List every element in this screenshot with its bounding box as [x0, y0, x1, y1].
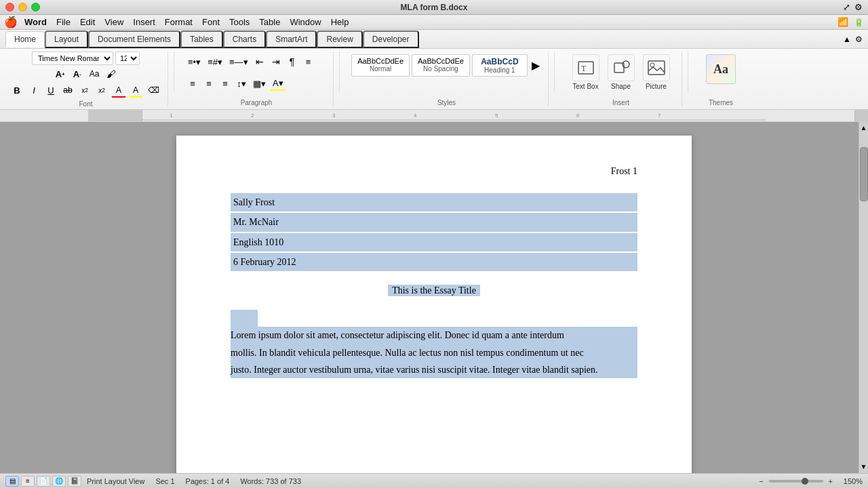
ribbon-collapse-arrow[interactable]: ▲: [843, 35, 851, 44]
body-text[interactable]: Lorem ipsum dolor sit amet, consectetur …: [231, 310, 637, 378]
themes-button[interactable]: Aa: [706, 54, 736, 84]
font-row-3: B I U ab x2 x2 A A ⌫: [9, 83, 162, 98]
change-case-button[interactable]: Aa: [87, 66, 102, 81]
pages-value: 1 of 4: [211, 477, 230, 485]
words-value: 733 of 733: [266, 477, 301, 485]
menu-window[interactable]: Window: [290, 17, 321, 27]
view-label: Print Layout View: [87, 477, 144, 485]
align-center-button[interactable]: ≡: [185, 76, 200, 91]
tab-home[interactable]: Home: [5, 31, 45, 47]
font-row-2: A+ A- Aa 🖌: [53, 66, 119, 81]
menu-table[interactable]: Table: [259, 17, 280, 27]
bullets-button[interactable]: ≡•▾: [185, 54, 203, 69]
draft-view-button[interactable]: 📄: [37, 476, 50, 487]
maximize-button[interactable]: [31, 3, 40, 12]
words-label: Words: 733 of 733: [240, 477, 301, 485]
menu-view[interactable]: View: [104, 17, 123, 27]
document-area: Frost 1 Sally Frost Mr. McNair English 1…: [0, 122, 868, 473]
scroll-up-button[interactable]: ▲: [859, 122, 868, 134]
multilevel-button[interactable]: ≡—▾: [226, 54, 251, 69]
justify-button[interactable]: ≡: [218, 76, 233, 91]
picture-button[interactable]: Picture: [642, 54, 671, 90]
decrease-indent-button[interactable]: ⇤: [252, 54, 267, 69]
minimize-button[interactable]: [18, 3, 27, 12]
align-left-button[interactable]: ≡: [301, 54, 316, 69]
shape-button[interactable]: Shape: [606, 54, 636, 90]
italic-button[interactable]: I: [26, 83, 41, 98]
styles-expand-button[interactable]: ▶: [530, 54, 542, 77]
zoom-in-button[interactable]: +: [829, 477, 833, 485]
menu-format[interactable]: Format: [165, 17, 193, 27]
zoom-slider[interactable]: [769, 480, 823, 483]
wifi-icon: 📶: [837, 17, 848, 27]
tab-charts[interactable]: Charts: [223, 30, 266, 48]
menu-file[interactable]: File: [56, 17, 71, 27]
align-right-button[interactable]: ≡: [201, 76, 216, 91]
body-paragraph-2: mollis. In blandit vehicula pellentesque…: [231, 344, 637, 361]
font-grow-button[interactable]: A+: [53, 66, 68, 81]
ribbon-settings-icon[interactable]: ⚙: [855, 35, 863, 44]
author-instructor: Mr. McNair: [231, 213, 637, 231]
outline-view-button[interactable]: ≡: [21, 476, 35, 487]
expand-icon[interactable]: ⤢: [843, 2, 850, 12]
zoom-out-button[interactable]: −: [759, 477, 763, 485]
tab-document-elements[interactable]: Document Elements: [88, 30, 180, 48]
section-label: Sec 1: [155, 477, 174, 485]
page-header: Frost 1: [231, 163, 637, 180]
show-formatting-button[interactable]: ¶: [285, 54, 300, 69]
web-view-button[interactable]: 🌐: [52, 476, 66, 487]
paragraph-section: ≡•▾ ≡#▾ ≡—▾ ⇤ ⇥ ¶ ≡ ≡ ≡ ≡ ↕▾ ▦▾ A▾ Parag…: [180, 52, 334, 106]
line-spacing-button[interactable]: ↕▾: [234, 76, 249, 91]
notebook-view-button[interactable]: 📓: [68, 476, 81, 487]
close-button[interactable]: [5, 3, 14, 12]
ribbon-toolbar: Times New Roman Arial Calibri 12 10 14 1…: [0, 49, 868, 110]
settings-icon[interactable]: ⚙: [854, 2, 863, 12]
scrollbar-thumb[interactable]: [860, 147, 868, 201]
text-box-icon: T: [572, 54, 599, 81]
tab-layout[interactable]: Layout: [45, 30, 88, 48]
font-shrink-button[interactable]: A-: [70, 66, 85, 81]
numbering-button[interactable]: ≡#▾: [205, 54, 225, 69]
style-no-spacing[interactable]: AaBbCcDdEe No Spacing: [412, 54, 470, 77]
menu-edit[interactable]: Edit: [80, 17, 95, 27]
paint-format-button[interactable]: 🖌: [104, 66, 119, 81]
bold-button[interactable]: B: [9, 83, 24, 98]
tab-smartart[interactable]: SmartArt: [266, 30, 317, 48]
shading-button[interactable]: A▾: [270, 76, 286, 91]
vertical-scrollbar[interactable]: ▲ ▼: [859, 122, 868, 473]
text-box-button[interactable]: T Text Box: [571, 54, 601, 90]
app-name-menu[interactable]: Word: [24, 17, 47, 27]
font-section-label: Font: [79, 98, 92, 108]
scroll-down-button[interactable]: ▼: [859, 463, 868, 470]
style-normal[interactable]: AaBbCcDdEe Normal: [351, 54, 410, 77]
underline-button[interactable]: U: [43, 83, 58, 98]
author-name: Sally Frost: [231, 193, 637, 211]
strikethrough-button[interactable]: ab: [60, 83, 75, 98]
tab-review[interactable]: Review: [317, 30, 362, 48]
svg-point-5: [650, 63, 654, 67]
font-family-select[interactable]: Times New Roman Arial Calibri: [32, 52, 113, 65]
font-size-select[interactable]: 12 10 14 16: [115, 52, 140, 65]
borders-button[interactable]: ▦▾: [250, 76, 269, 91]
highlight-button[interactable]: A: [128, 83, 143, 98]
body-paragraph: Lorem ipsum dolor sit amet, consectetur …: [231, 310, 637, 344]
tab-tables[interactable]: Tables: [180, 30, 223, 48]
menu-tools[interactable]: Tools: [229, 17, 250, 27]
superscript-button[interactable]: x2: [77, 83, 92, 98]
style-heading1[interactable]: AaBbCcD Heading 1: [472, 54, 528, 77]
print-layout-view-button[interactable]: ▤: [5, 476, 19, 487]
tab-developer[interactable]: Developer: [363, 30, 419, 48]
menu-help[interactable]: Help: [331, 17, 349, 27]
pages-label: Pages: 1 of 4: [186, 477, 230, 485]
menu-insert[interactable]: Insert: [133, 17, 155, 27]
subscript-button[interactable]: x2: [94, 83, 109, 98]
document-page[interactable]: Frost 1 Sally Frost Mr. McNair English 1…: [176, 136, 692, 473]
themes-icon-label: Aa: [713, 62, 728, 77]
themes-section: Aa Themes: [694, 52, 748, 106]
increase-indent-button[interactable]: ⇥: [269, 54, 283, 69]
themes-section-label: Themes: [709, 96, 733, 106]
menu-font[interactable]: Font: [202, 17, 220, 27]
font-color-button[interactable]: A: [111, 83, 126, 98]
apple-menu[interactable]: 🍎: [4, 16, 18, 28]
clear-format-button[interactable]: ⌫: [145, 83, 162, 98]
